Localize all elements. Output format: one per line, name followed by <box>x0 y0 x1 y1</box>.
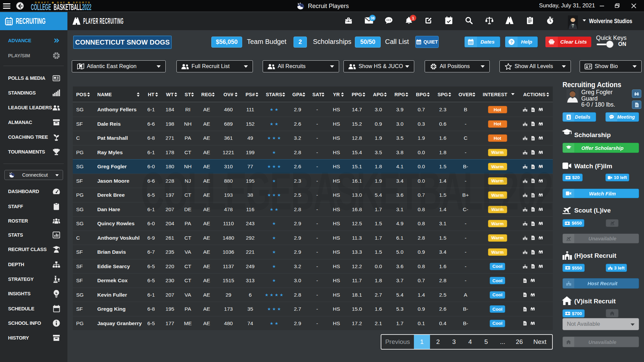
svg-text:?: ? <box>510 40 513 45</box>
